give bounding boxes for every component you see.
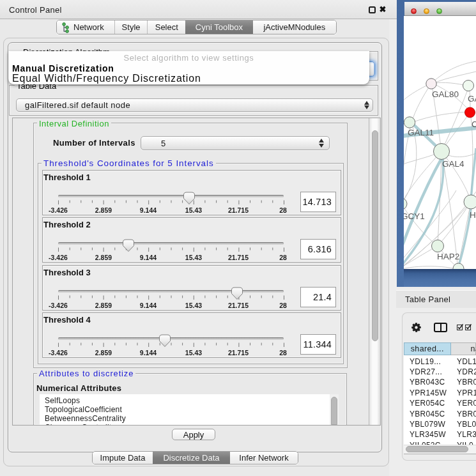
svg-text:H: H [470, 210, 476, 220]
svg-text:C: C [472, 119, 476, 129]
svg-text:GAL11: GAL11 [408, 128, 434, 137]
svg-text:GA: GA [468, 94, 476, 104]
svg-text:GAL80: GAL80 [432, 89, 459, 99]
svg-text:HAP2: HAP2 [437, 252, 459, 261]
svg-text:GCY1: GCY1 [404, 211, 425, 221]
svg-text:GAL4: GAL4 [442, 159, 464, 169]
